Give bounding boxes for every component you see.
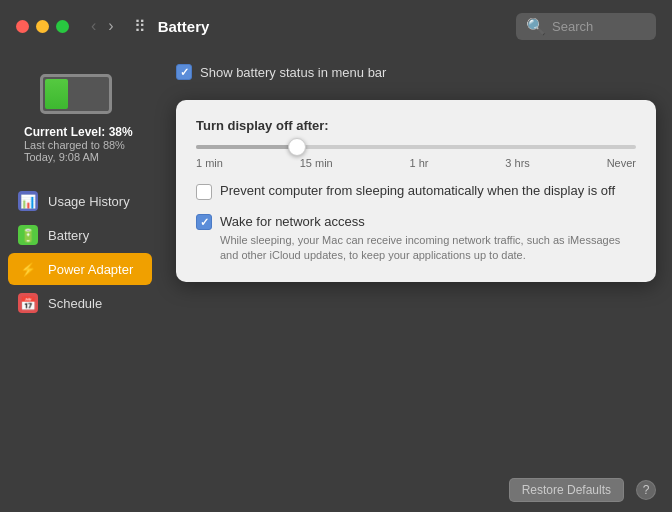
modal-title: Turn display off after: [196, 118, 636, 133]
help-button[interactable]: ? [636, 480, 656, 500]
grid-icon[interactable]: ⠿ [134, 17, 146, 36]
prevent-sleeping-row: Prevent computer from sleeping automatic… [196, 183, 636, 200]
slider-label-15min: 15 min [300, 157, 333, 169]
traffic-lights [16, 20, 69, 33]
close-button[interactable] [16, 20, 29, 33]
battery-icon: 🔋 [18, 225, 38, 245]
battery-fill [45, 79, 68, 109]
slider-label-1min: 1 min [196, 157, 223, 169]
power-adapter-icon: ⚡ [18, 259, 38, 279]
schedule-icon: 📅 [18, 293, 38, 313]
current-level-text: Current Level: 38% [16, 125, 144, 139]
battery-display: Current Level: 38% Last charged to 88% T… [8, 64, 152, 171]
wake-network-content: Wake for network access While sleeping, … [220, 214, 636, 264]
checkmark-icon-2: ✓ [200, 216, 209, 229]
show-battery-label: Show battery status in menu bar [200, 65, 386, 80]
search-box[interactable]: 🔍 [516, 13, 656, 40]
battery-icon-container [40, 72, 120, 117]
slider-track[interactable] [196, 145, 636, 149]
slider-fill [196, 145, 293, 149]
sidebar: Current Level: 38% Last charged to 88% T… [0, 52, 160, 512]
slider-label-never: Never [607, 157, 636, 169]
main-area: Current Level: 38% Last charged to 88% T… [0, 52, 672, 512]
slider-label-3hrs: 3 hrs [505, 157, 529, 169]
show-battery-row: ✓ Show battery status in menu bar [176, 64, 656, 80]
wake-network-checkbox[interactable]: ✓ [196, 214, 212, 230]
sidebar-item-usage-history[interactable]: 📊 Usage History [8, 185, 152, 217]
restore-defaults-button[interactable]: Restore Defaults [509, 478, 624, 502]
maximize-button[interactable] [56, 20, 69, 33]
page-title: Battery [158, 18, 504, 35]
sidebar-item-schedule[interactable]: 📅 Schedule [8, 287, 152, 319]
minimize-button[interactable] [36, 20, 49, 33]
search-icon: 🔍 [526, 17, 546, 36]
modal-panel: Turn display off after: 1 min 15 min 1 h… [176, 100, 656, 282]
slider-labels: 1 min 15 min 1 hr 3 hrs Never [196, 157, 636, 169]
bottom-bar: Restore Defaults ? [160, 468, 672, 512]
wake-network-description: While sleeping, your Mac can receive inc… [220, 233, 636, 264]
back-button[interactable]: ‹ [87, 16, 100, 36]
battery-body [40, 74, 112, 114]
show-battery-checkbox[interactable]: ✓ [176, 64, 192, 80]
usage-history-icon: 📊 [18, 191, 38, 211]
sidebar-item-label: Battery [48, 228, 89, 243]
slider-container: 1 min 15 min 1 hr 3 hrs Never [196, 145, 636, 169]
slider-thumb[interactable] [288, 138, 306, 156]
nav-arrows: ‹ › [87, 16, 118, 36]
wake-network-row: ✓ Wake for network access While sleeping… [196, 214, 636, 264]
sidebar-item-power-adapter[interactable]: ⚡ Power Adapter [8, 253, 152, 285]
sidebar-item-label: Power Adapter [48, 262, 133, 277]
last-charged-time: Today, 9:08 AM [16, 151, 144, 163]
prevent-sleeping-label: Prevent computer from sleeping automatic… [220, 183, 615, 198]
forward-button[interactable]: › [104, 16, 117, 36]
sidebar-item-battery[interactable]: 🔋 Battery [8, 219, 152, 251]
search-input[interactable] [552, 19, 652, 34]
content-area: ✓ Show battery status in menu bar Turn d… [160, 52, 672, 512]
wake-network-label: Wake for network access [220, 214, 636, 229]
sidebar-item-label: Usage History [48, 194, 130, 209]
checkmark-icon: ✓ [180, 66, 189, 79]
slider-label-1hr: 1 hr [410, 157, 429, 169]
last-charged-text: Last charged to 88% [16, 139, 144, 151]
prevent-sleeping-checkbox[interactable] [196, 184, 212, 200]
sidebar-item-label: Schedule [48, 296, 102, 311]
titlebar: ‹ › ⠿ Battery 🔍 [0, 0, 672, 52]
